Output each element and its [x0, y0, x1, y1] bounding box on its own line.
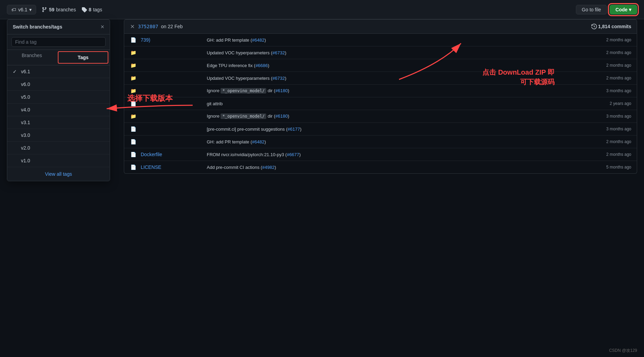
history-icon	[591, 24, 597, 29]
table-row: 📄 Dockerfile FROM nvcr.io/nvidia/pytorch…	[124, 148, 637, 161]
file-icon: 📄	[130, 101, 137, 106]
tag-search-input[interactable]	[11, 37, 106, 47]
tag-list: ✓ v6.1 v6.0 v5.0 v4.0 v3.1 v3.0	[7, 65, 110, 167]
file-time: 2 months ago	[590, 152, 631, 157]
commit-link[interactable]: #6686	[255, 63, 268, 68]
code-button[interactable]: Code ▾	[610, 5, 637, 14]
file-commit: FROM nvcr.io/nvidia/pytorch:21.10-py3 (#…	[207, 152, 586, 157]
commit-info: 3752807 on 22 Feb	[130, 24, 183, 29]
file-name-dockerfile[interactable]: Dockerfile	[141, 152, 203, 157]
file-icon: 📁	[130, 75, 137, 81]
top-bar: 🏷 v6.1 ▾ 59 branches 8 tags Go to file C…	[0, 0, 644, 19]
table-row: 📁 Updated VOC hyperparameters (#6732) 2 …	[124, 72, 637, 85]
commit-link[interactable]: #6482	[252, 139, 265, 144]
table-row: 📁 Updated VOC hyperparameters (#6732) 2 …	[124, 46, 637, 59]
file-commit: Ignore *_openvino_model/ dir (#6180)	[207, 88, 586, 94]
code-badge: *_openvino_model/	[221, 88, 266, 94]
file-table: 📄 739) GH: add PR template (#6482) 2 mon…	[124, 34, 637, 174]
table-row: 📁 Edge TPU inference fix (#6686) 2 month…	[124, 59, 637, 72]
commit-date: on 22 Feb	[161, 24, 183, 29]
commit-link[interactable]: #6177	[288, 127, 300, 132]
branch-tag-dropdown: Switch branches/tags × Branches Tags ✓ v…	[7, 19, 110, 181]
file-commit: git attrib	[207, 101, 586, 106]
commit-link[interactable]: #6677	[287, 152, 299, 157]
close-dropdown-button[interactable]: ×	[100, 24, 104, 30]
list-item[interactable]: v4.0	[7, 104, 110, 116]
file-commit: [pre-commit.ci] pre-commit suggestions (…	[207, 127, 586, 132]
commit-link[interactable]: #6482	[252, 37, 265, 43]
list-item[interactable]: v6.0	[7, 78, 110, 91]
file-time: 2 months ago	[590, 63, 631, 68]
list-item[interactable]: v2.0	[7, 142, 110, 154]
file-commit: GH: add PR template (#6482)	[207, 139, 586, 144]
commit-bar: 3752807 on 22 Feb 1,814 commits	[124, 19, 637, 34]
table-row: 📄 git attrib 2 years ago	[124, 97, 637, 110]
list-item[interactable]: v5.0	[7, 91, 110, 104]
commit-link[interactable]: #6732	[272, 50, 285, 55]
list-item[interactable]: ✓ v6.1	[7, 65, 110, 78]
commits-count-text: 1,814 commits	[598, 24, 632, 29]
file-name-license[interactable]: LICENSE	[141, 164, 203, 170]
file-icon: 📁	[130, 50, 137, 55]
branches-label: branches	[56, 7, 76, 12]
file-icon: 📁	[130, 113, 137, 119]
file-time: 2 years ago	[590, 101, 631, 106]
file-commit: Updated VOC hyperparameters (#6732)	[207, 50, 586, 55]
commit-link[interactable]: #6180	[275, 113, 288, 119]
file-time: 2 months ago	[590, 37, 631, 42]
tag-icon: 🏷	[11, 7, 16, 12]
branches-stat[interactable]: 59 branches	[42, 7, 76, 12]
file-time: 5 months ago	[590, 165, 631, 170]
repo-content: 3752807 on 22 Feb 1,814 commits 📄 739) G…	[117, 19, 644, 357]
file-commit: GH: add PR template (#6482)	[207, 37, 586, 43]
file-time: 3 months ago	[590, 127, 631, 131]
file-time: 2 months ago	[590, 139, 631, 144]
x-icon	[130, 24, 135, 29]
go-to-file-button[interactable]: Go to file	[576, 5, 607, 14]
tags-label: tags	[93, 7, 102, 12]
table-row: 📄 [pre-commit.ci] pre-commit suggestions…	[124, 123, 637, 136]
file-commit: Ignore *_openvino_model/ dir (#6180)	[207, 113, 586, 119]
tab-row: Branches Tags	[7, 50, 110, 65]
commits-count: 1,814 commits	[591, 24, 632, 29]
list-item[interactable]: v3.0	[7, 129, 110, 142]
view-all-tags-link[interactable]: View all tags	[7, 167, 110, 181]
tag-count-icon	[82, 7, 87, 12]
commit-link[interactable]: #6180	[275, 88, 288, 93]
tab-tags[interactable]: Tags	[58, 51, 108, 64]
branch-stats: 59 branches 8 tags	[42, 7, 102, 12]
dropdown-header: Switch branches/tags ×	[7, 20, 110, 34]
branch-selector-button[interactable]: 🏷 v6.1 ▾	[7, 5, 36, 14]
file-icon: 📄	[130, 164, 137, 170]
file-time: 2 months ago	[590, 76, 631, 80]
table-row: 📄 LICENSE Add pre-commit CI actions (#49…	[124, 161, 637, 173]
file-time: 2 months ago	[590, 50, 631, 55]
commit-hash[interactable]: 3752807	[138, 24, 158, 29]
file-icon: 📄	[130, 126, 137, 132]
check-icon: ✓	[13, 69, 18, 74]
file-name[interactable]: 739)	[141, 37, 203, 43]
table-row: 📁 Ignore *_openvino_model/ dir (#6180) 3…	[124, 110, 637, 123]
main-content: Switch branches/tags × Branches Tags ✓ v…	[0, 19, 644, 357]
file-icon: 📁	[130, 63, 137, 68]
table-row: 📁 Ignore *_openvino_model/ dir (#6180) 3…	[124, 85, 637, 97]
commit-link[interactable]: #6732	[272, 76, 285, 81]
file-commit: Updated VOC hyperparameters (#6732)	[207, 76, 586, 81]
tags-count: 8	[89, 7, 92, 12]
dropdown-chevron-icon: ▾	[29, 7, 32, 12]
list-item[interactable]: v1.0	[7, 154, 110, 167]
file-time: 3 months ago	[590, 88, 631, 93]
code-badge: *_openvino_model/	[221, 113, 266, 119]
branch-name: v6.1	[18, 7, 27, 12]
tags-stat[interactable]: 8 tags	[82, 7, 102, 12]
search-box	[7, 34, 110, 50]
commit-link[interactable]: #4982	[262, 165, 275, 170]
file-time: 3 months ago	[590, 114, 631, 119]
file-commit: Edge TPU inference fix (#6686)	[207, 63, 586, 68]
file-icon: 📄	[130, 139, 137, 144]
file-icon: 📄	[130, 37, 137, 43]
branches-count: 59	[49, 7, 54, 12]
file-icon: 📁	[130, 88, 137, 94]
tab-branches[interactable]: Branches	[7, 50, 56, 65]
list-item[interactable]: v3.1	[7, 116, 110, 129]
